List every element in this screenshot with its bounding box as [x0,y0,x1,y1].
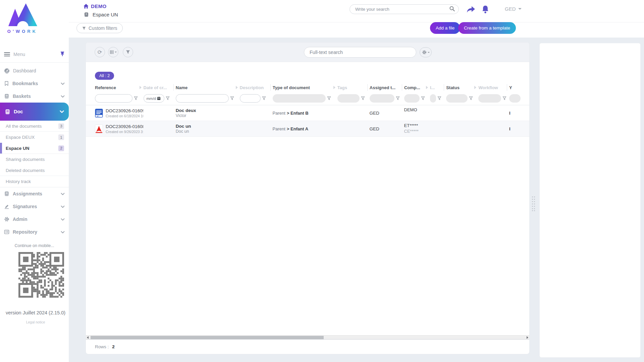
table-row[interactable]: w= DOC230926-01609-1 Created on 6/18/202… [86,105,529,121]
column-header-date-of-creation[interactable]: Date of cr... [144,83,176,92]
submenu-label: Sharing documents [6,157,45,162]
filter-input-reference[interactable] [95,94,132,103]
global-search-input[interactable] [355,7,449,12]
expand-column-icon[interactable] [474,86,476,89]
document-name: Doc un [176,124,191,129]
account-menu[interactable]: GED [505,6,522,12]
table-settings-button[interactable] [420,47,432,57]
legal-notice-link[interactable]: Legal notice [0,320,71,324]
sidebar-item-label: Baskets [13,94,31,99]
sidebar-item-assignments[interactable]: Assignments [0,187,69,200]
column-header-description[interactable]: Description [240,83,273,92]
funnel-icon[interactable] [469,96,473,102]
funnel-icon[interactable] [230,96,234,102]
all-count-badge[interactable]: All : 2 [95,72,114,80]
column-header-y[interactable]: Y [509,83,529,92]
table-toolbar: ⟳ [86,43,529,62]
breadcrumb-root[interactable]: DEMO [83,3,107,9]
funnel-icon[interactable] [396,96,400,102]
column-header-tags[interactable]: Tags [337,83,370,92]
chevron-down-icon [61,93,65,99]
sidebar-item-dashboard[interactable]: Dashboard [0,64,69,77]
document-type-parent: Parent [273,111,285,116]
chevron-down-icon [61,191,65,197]
sidebar-item-repository[interactable]: Repository [0,226,69,238]
sidebar-item-all-documents[interactable]: All the documents 3 [0,121,69,132]
search-icon[interactable] [449,6,455,13]
sidebar-item-espace-deux[interactable]: Espace DEUX 1 [0,132,69,143]
funnel-icon[interactable] [361,96,365,102]
sidebar-item-signatures[interactable]: Signatures [0,200,69,213]
scroll-left-icon[interactable] [87,336,89,339]
expand-column-icon[interactable] [140,86,142,89]
funnel-icon[interactable] [502,96,506,102]
column-divider [402,84,402,91]
horizontal-scrollbar[interactable] [86,335,529,340]
bookmark-icon [4,81,9,86]
columns-button[interactable] [108,47,118,57]
funnel-icon[interactable] [262,96,266,102]
sidebar-item-admin[interactable]: Admin [0,213,69,226]
filter-input-description[interactable] [240,94,261,103]
expand-column-icon[interactable] [333,86,335,89]
column-header-workflow[interactable]: Workflow [478,83,509,92]
column-header-company[interactable]: Comp... [404,83,430,92]
document-company: DEMO [404,107,417,112]
fulltext-search-input[interactable] [310,50,411,55]
create-from-template-button[interactable]: Create from a template [458,22,516,34]
funnel-icon[interactable] [166,96,170,102]
funnel-icon[interactable] [327,96,331,102]
column-header-status[interactable]: Status [446,83,478,92]
sidebar-item-espace-un[interactable]: Espace UN 2 [0,143,69,154]
funnel-icon[interactable] [421,96,425,102]
custom-filters-button[interactable]: Custom filters [76,23,123,33]
sidebar-item-label: Bookmarks [12,81,38,86]
filter-input-date[interactable]: mm/d [144,94,164,103]
funnel-icon[interactable] [134,96,138,102]
sidebar-item-deleted-documents[interactable]: Deleted documents [0,165,69,176]
sidebar-item-baskets[interactable]: Baskets [0,90,69,103]
pin-icon[interactable] [60,51,65,58]
column-header-reference[interactable]: Reference [95,83,144,92]
filter-button[interactable] [123,47,133,57]
sidebar-item-label: Assignments [13,191,42,196]
sidebar-item-doc[interactable]: Doc [0,103,69,121]
column-divider [270,84,271,91]
scrollbar-thumb[interactable] [91,336,324,339]
hamburger-icon[interactable] [4,52,10,56]
refresh-button[interactable]: ⟳ [95,47,105,57]
sidebar-item-label: Admin [13,217,28,222]
table-header-row: Reference Date of cr... Name Description… [86,83,529,92]
custom-filters-label: Custom filters [89,25,117,31]
column-header-type-of-document[interactable]: Type of document [273,83,337,92]
submenu-label: History track [6,179,31,184]
expand-column-icon[interactable] [236,86,238,89]
add-file-button[interactable]: Add a file [430,22,460,34]
document-company-sub: CE***** [404,129,419,134]
panel-resize-handle[interactable] [532,196,535,213]
bell-icon[interactable] [481,5,489,15]
sidebar-item-sharing-documents[interactable]: Sharing documents [0,154,69,165]
app-logo[interactable]: O'WORK [4,3,41,34]
sidebar-item-history-track[interactable]: History track [0,176,69,187]
chevron-down-icon [428,52,430,53]
document-company: ET***** [404,123,419,128]
count-badge: 2 [58,145,64,151]
document-name-sub: Doc un [176,129,191,134]
book-icon [84,12,89,17]
column-header-name[interactable]: Name [176,83,240,92]
column-divider [444,84,444,91]
rows-count: 2 [112,344,115,349]
document-reference: DOC230926-01608-0 [106,124,143,129]
expand-column-icon[interactable] [426,86,428,89]
sidebar-item-bookmarks[interactable]: Bookmarks [0,77,69,90]
filter-input-name[interactable] [176,94,229,103]
share-icon[interactable] [466,5,476,15]
funnel-icon[interactable] [437,96,441,102]
table-row[interactable]: DOC230926-01608-0 Created on 9/26/2023 3… [86,121,529,137]
column-header-i[interactable]: I... [430,83,446,92]
scroll-right-icon[interactable] [527,336,528,339]
funnel-icon [125,50,130,55]
column-header-assigned-to[interactable]: Assigned t... [370,83,404,92]
document-type-child: > Enfant A [287,126,308,131]
